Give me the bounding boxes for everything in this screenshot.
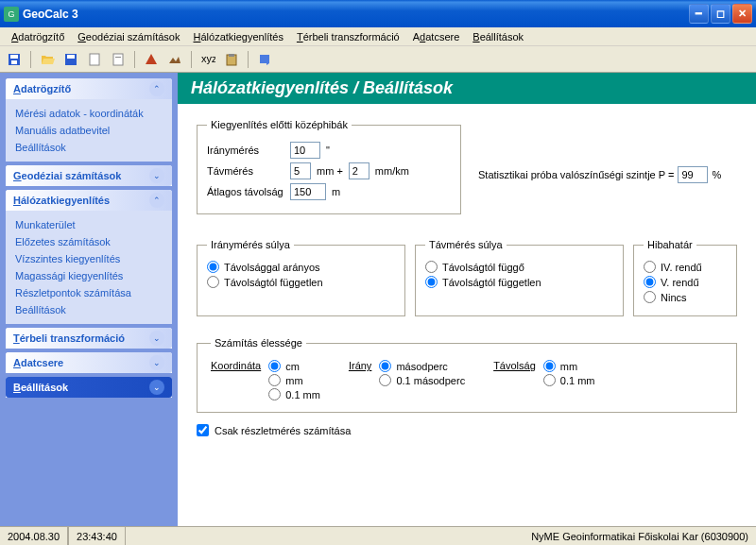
disk-icon[interactable] (60, 49, 81, 70)
sidebar-item[interactable]: Mérési adatok - koordináták (15, 105, 163, 122)
svg-text:xyz: xyz (201, 53, 215, 64)
irany-01mp-radio[interactable] (379, 374, 391, 386)
tavsuly-opt1-label: Távolságtól függő (442, 262, 524, 273)
hibahatar-opt1-radio[interactable] (644, 261, 656, 273)
menu-halozat[interactable]: Hálózatkiegyenlítés (188, 29, 289, 44)
maximize-button[interactable]: ◻ (711, 4, 730, 24)
menu-geodeziai[interactable]: Geodéziai számítások (72, 29, 185, 44)
csak-reszlet-label: Csak részletmérés számítása (215, 425, 351, 436)
iranymeres-label: Iránymérés (207, 145, 284, 156)
tavmeres-b-input[interactable] (349, 162, 369, 179)
close-button[interactable]: ✕ (732, 4, 752, 24)
tavsuly-opt2-radio[interactable] (425, 276, 438, 288)
prob-input[interactable] (678, 166, 708, 183)
iranymeres-input[interactable] (290, 142, 320, 159)
tavolsag-01mm-radio[interactable] (543, 374, 556, 386)
content-area: Hálózatkiegyenlítés / Beállítások Kiegye… (178, 73, 756, 526)
hibahatar-opt2-label: V. rendű (661, 277, 699, 288)
terrain-icon[interactable] (164, 49, 185, 70)
hibahatar-opt2-radio[interactable] (644, 276, 656, 288)
panel-terbeli-header[interactable]: Térbeli transzformáció⌄ (6, 328, 172, 349)
koordinata-mm-radio[interactable] (268, 374, 281, 386)
chevron-down-icon: ⌄ (149, 380, 164, 395)
status-bar: 2004.08.30 23:43:40 NyME Geoinformatikai… (0, 526, 756, 545)
svg-rect-2 (11, 60, 17, 64)
hibahatar-opt3-label: Nincs (661, 292, 687, 303)
sidebar-item[interactable]: Részletpontok számítása (15, 284, 163, 301)
iranysuly-opt2-radio[interactable] (207, 276, 219, 288)
panel-adatrogzito-header[interactable]: Adatrögzítő⌃ (6, 78, 172, 99)
prob-unit: % (712, 169, 721, 180)
irany-01mp-label: 0.1 másodperc (396, 375, 465, 386)
menu-terbeli[interactable]: Térbeli transzformáció (291, 29, 405, 44)
atlagos-input[interactable] (290, 183, 326, 200)
elesseg-group: Számítás élessége Koordináta cm mm 0.1 m… (197, 337, 737, 413)
status-org: NyME Geoinformatikai Főiskolai Kar (6030… (524, 527, 756, 545)
chevron-up-icon: ⌃ (149, 193, 164, 208)
sidebar-item[interactable]: Manuális adatbevitel (15, 122, 163, 139)
irany-mp-label: másodperc (396, 361, 447, 372)
iranysuly-opt1-radio[interactable] (207, 261, 219, 273)
koordinata-label: Koordináta (211, 358, 261, 402)
xyz-icon[interactable]: xyz (198, 49, 218, 70)
elesseg-legend: Számítás élessége (211, 337, 306, 349)
hibahatar-opt3-radio[interactable] (644, 291, 656, 303)
prism-icon[interactable] (141, 49, 162, 70)
tavsuly-opt1-radio[interactable] (425, 261, 438, 273)
svg-rect-4 (67, 55, 75, 59)
sidebar-item[interactable]: Magassági kiegyenlítés (15, 267, 163, 284)
hibahatar-opt1-label: IV. rendű (661, 262, 702, 273)
doc2-icon[interactable] (108, 49, 129, 70)
tavmeres-label: Távmérés (207, 165, 284, 177)
doc1-icon[interactable] (84, 49, 105, 70)
csak-reszlet-checkbox[interactable] (197, 424, 209, 436)
toolbar: xyz (0, 46, 756, 73)
atlagos-unit: m (332, 186, 340, 197)
koordinata-mm-label: mm (285, 375, 302, 386)
sidebar-item[interactable]: Vízszintes kiegyenlítés (15, 250, 163, 267)
sidebar-item[interactable]: Előzetes számítások (15, 233, 163, 250)
iranymeres-unit: " (326, 145, 330, 156)
paste-icon[interactable] (221, 49, 242, 70)
mmkm-label: mm/km (375, 165, 409, 177)
panel-geodeziai-header[interactable]: Geodéziai számítások⌄ (6, 165, 172, 186)
tavolsag-label: Távolság (493, 358, 536, 402)
open-icon[interactable] (37, 49, 58, 70)
chevron-down-icon: ⌄ (149, 331, 164, 346)
svg-rect-10 (229, 54, 234, 57)
help-icon[interactable] (254, 49, 275, 70)
koordinata-01mm-radio[interactable] (268, 388, 281, 400)
tavolsag-mm-radio[interactable] (543, 360, 556, 372)
window-title: GeoCalc 3 (23, 8, 689, 21)
svg-rect-5 (90, 54, 99, 65)
menu-beallitasok[interactable]: Beállítások (467, 29, 529, 44)
minimize-button[interactable]: ━ (689, 4, 709, 24)
tavsuly-group: Távmérés súlya Távolságtól függő Távolsá… (415, 239, 624, 316)
chevron-up-icon: ⌃ (149, 81, 164, 96)
tavmeres-a-input[interactable] (290, 162, 311, 179)
save-icon[interactable] (4, 49, 25, 70)
tavolsag-mm-label: mm (560, 361, 577, 372)
tavsuly-legend: Távmérés súlya (425, 239, 507, 250)
chevron-down-icon: ⌄ (149, 168, 164, 183)
sidebar: Adatrögzítő⌃ Mérési adatok - koordináták… (0, 73, 178, 526)
sidebar-item[interactable]: Beállítások (15, 301, 163, 318)
sidebar-item[interactable]: Munkaterület (15, 216, 163, 233)
atlagos-label: Átlagos távolság (207, 186, 284, 197)
koordinata-cm-label: cm (285, 361, 300, 372)
iranysuly-opt2-label: Távolságtól független (224, 277, 323, 288)
irany-label: Irány (349, 358, 371, 402)
menu-adatrogzito[interactable]: Adatrögzítő (6, 29, 70, 44)
irany-mp-radio[interactable] (379, 360, 391, 372)
panel-adatcsere-header[interactable]: Adatcsere⌄ (6, 352, 172, 373)
koordinata-cm-radio[interactable] (268, 360, 281, 372)
sidebar-item[interactable]: Beállítások (15, 139, 163, 156)
page-title: Hálózatkiegyenlítés / Beállítások (178, 73, 756, 104)
status-date: 2004.08.30 (0, 527, 68, 545)
hibahatar-legend: Hibahatár (644, 239, 696, 250)
panel-beallitasok-header[interactable]: Beállítások⌄ (6, 377, 172, 398)
chevron-down-icon: ⌄ (149, 355, 164, 370)
panel-halozat-header[interactable]: Hálózatkiegyenlítés⌃ (6, 190, 172, 211)
svg-rect-6 (113, 54, 123, 65)
menu-adatcsere[interactable]: Adatcsere (407, 29, 466, 44)
